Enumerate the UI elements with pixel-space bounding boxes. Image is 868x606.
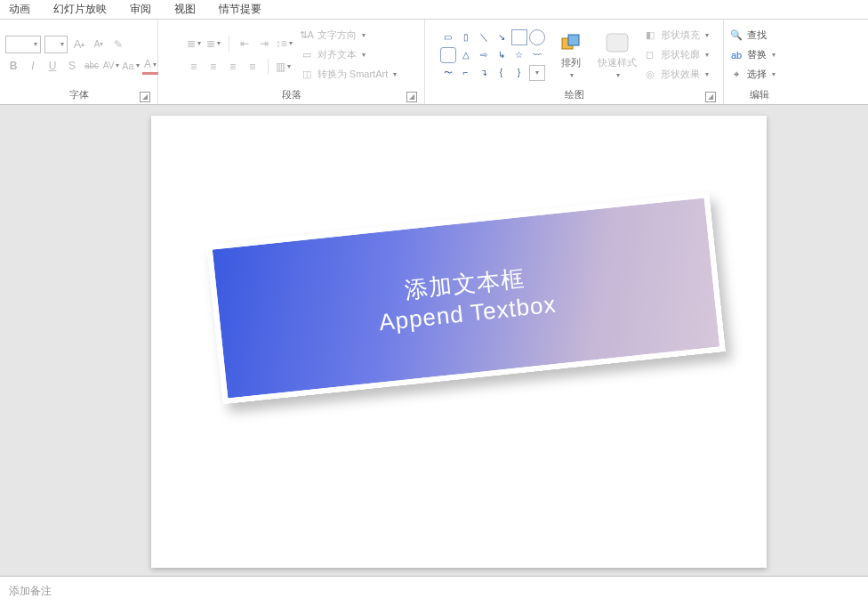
shape-roundrect-icon[interactable]: [440, 47, 456, 63]
smartart-icon: ◫: [300, 69, 314, 81]
shape-connector-icon[interactable]: ↴: [476, 65, 492, 81]
replace-button[interactable]: ab 替换▾: [729, 46, 790, 64]
quick-styles-button[interactable]: 快速样式▾: [597, 31, 638, 79]
clear-formatting-button[interactable]: ✎: [110, 36, 126, 53]
notes-placeholder: 添加备注: [9, 585, 52, 597]
group-font-label: 字体 ◢: [5, 86, 152, 104]
shadow-button[interactable]: S: [64, 57, 80, 75]
group-paragraph: ≣▾ ≣▾ ⇤ ⇥ ↕≡▾ ≡ ≡ ≡ ≡ ▥▾ ⇅A: [158, 20, 425, 104]
find-button[interactable]: 🔍 查找: [729, 27, 790, 44]
ribbon: ▾ ▾ A▴ A▾ ✎ B I U S abc AV▾ Aa▾ A▾ 字体 ◢: [0, 20, 868, 105]
menu-storyboard[interactable]: 情节提要: [219, 2, 261, 17]
select-icon: ⌖: [729, 69, 743, 81]
slide-canvas-area: 添加文本框 Append Textbox: [0, 105, 868, 576]
align-right-button[interactable]: ≡: [225, 58, 241, 76]
menu-review[interactable]: 审阅: [130, 2, 151, 17]
line-spacing-button[interactable]: ↕≡▾: [276, 35, 293, 53]
font-family-select[interactable]: ▾: [5, 36, 41, 53]
shape-oval-icon[interactable]: [529, 29, 545, 45]
quick-styles-icon: [606, 31, 629, 54]
arrange-icon: [559, 31, 583, 54]
dec-indent-button[interactable]: ⇤: [237, 35, 253, 53]
char-spacing-button[interactable]: AV▾: [103, 57, 119, 75]
group-font: ▾ ▾ A▴ A▾ ✎ B I U S abc AV▾ Aa▾ A▾ 字体 ◢: [0, 20, 158, 104]
strike-button[interactable]: abc: [84, 57, 100, 75]
shape-brace-l-icon[interactable]: {: [494, 65, 510, 81]
shape-star-icon[interactable]: ☆: [511, 47, 527, 63]
text-direction-icon: ⇅A: [300, 29, 314, 42]
drawing-dialog-launcher[interactable]: ◢: [705, 92, 716, 102]
shape-rect-icon[interactable]: [511, 29, 527, 45]
shapes-gallery[interactable]: ▭ ▯ ＼ ↘ △ ⇨ ↳ ☆ 〰 〜 ⌐ ↴ { } ▾: [440, 29, 545, 81]
paragraph-dialog-launcher[interactable]: ◢: [406, 92, 417, 102]
group-editing-label: 编辑: [729, 86, 790, 104]
slide[interactable]: 添加文本框 Append Textbox: [151, 116, 767, 568]
shape-effects-button[interactable]: ◎ 形状效果▾: [643, 66, 709, 84]
shape-fill-button[interactable]: ◧ 形状填充▾: [643, 27, 709, 44]
font-size-select[interactable]: ▾: [44, 36, 68, 53]
shape-triangle-icon[interactable]: △: [458, 47, 474, 63]
decrease-font-button[interactable]: A▾: [91, 36, 107, 53]
group-editing: 🔍 查找 ab 替换▾ ⌖ 选择▾ 编辑: [724, 20, 795, 104]
columns-button[interactable]: ▥▾: [276, 58, 292, 76]
group-drawing: ▭ ▯ ＼ ↘ △ ⇨ ↳ ☆ 〰 〜 ⌐ ↴ { } ▾: [425, 20, 724, 104]
shape-textbox-icon[interactable]: ▭: [440, 29, 456, 45]
text-direction-button[interactable]: ⇅A 文字方向▾: [300, 27, 397, 44]
change-case-button[interactable]: Aa▾: [123, 57, 139, 75]
notes-pane[interactable]: 添加备注: [0, 576, 868, 606]
svg-rect-1: [568, 35, 579, 45]
shape-brace-r-icon[interactable]: }: [511, 65, 527, 81]
menu-slideshow[interactable]: 幻灯片放映: [53, 2, 107, 17]
shape-angle-icon[interactable]: ⌐: [458, 65, 474, 81]
inc-indent-button[interactable]: ⇥: [256, 35, 272, 53]
select-button[interactable]: ⌖ 选择▾: [729, 66, 790, 84]
align-text-button[interactable]: ▭ 对齐文本▾: [300, 46, 397, 64]
increase-font-button[interactable]: A▴: [71, 36, 87, 53]
slide-textbox[interactable]: 添加文本框 Append Textbox: [206, 192, 726, 404]
shape-outline-button[interactable]: ◻ 形状轮廓▾: [643, 46, 709, 64]
shape-outline-icon: ◻: [643, 49, 657, 61]
shape-curl-icon[interactable]: 〰: [529, 47, 545, 63]
bold-button[interactable]: B: [5, 57, 21, 75]
underline-button[interactable]: U: [44, 57, 60, 75]
shape-fill-icon: ◧: [643, 29, 657, 42]
font-dialog-launcher[interactable]: ◢: [140, 92, 150, 102]
find-icon: 🔍: [729, 29, 743, 42]
shape-vtext-icon[interactable]: ▯: [458, 29, 474, 45]
align-left-button[interactable]: ≡: [186, 58, 202, 76]
group-drawing-label: 绘图 ◢: [430, 86, 718, 104]
shape-line-icon[interactable]: ＼: [476, 29, 492, 45]
shape-arrow-turn-icon[interactable]: ↳: [494, 47, 510, 63]
shape-curve-icon[interactable]: 〜: [440, 65, 456, 81]
bullets-button[interactable]: ≣▾: [186, 35, 202, 53]
menu-animation[interactable]: 动画: [9, 2, 30, 17]
numbering-button[interactable]: ≣▾: [205, 35, 221, 53]
justify-button[interactable]: ≡: [245, 58, 261, 76]
menu-bar: 动画 幻灯片放映 审阅 视图 情节提要: [0, 0, 868, 20]
shape-effects-icon: ◎: [643, 69, 657, 81]
group-paragraph-label: 段落 ◢: [164, 86, 419, 104]
svg-rect-2: [607, 34, 628, 52]
shape-arrowline-icon[interactable]: ↘: [494, 29, 510, 45]
align-text-icon: ▭: [300, 49, 314, 61]
menu-view[interactable]: 视图: [174, 2, 196, 17]
convert-smartart-button[interactable]: ◫ 转换为 SmartArt▾: [300, 66, 397, 84]
font-color-button[interactable]: A▾: [142, 57, 158, 75]
replace-icon: ab: [729, 49, 743, 61]
shape-arrow-r-icon[interactable]: ⇨: [476, 47, 492, 63]
italic-button[interactable]: I: [25, 57, 41, 75]
align-center-button[interactable]: ≡: [205, 58, 221, 76]
shapes-more-button[interactable]: ▾: [529, 65, 545, 81]
arrange-button[interactable]: 排列▾: [551, 31, 591, 79]
